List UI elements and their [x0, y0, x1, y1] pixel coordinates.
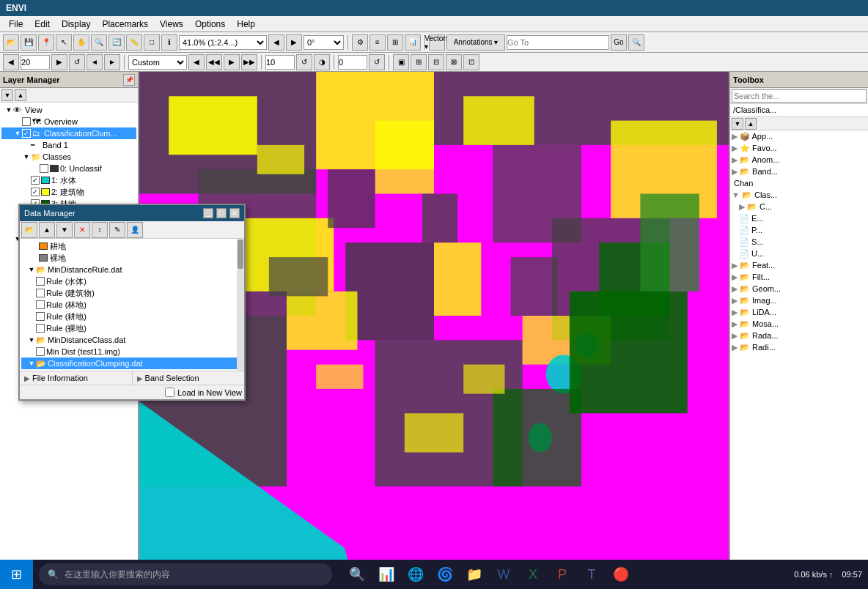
- dm-move[interactable]: ↕: [92, 222, 108, 238]
- tool3[interactable]: ⊞: [387, 34, 403, 51]
- menu-file[interactable]: File: [3, 18, 29, 31]
- nav8[interactable]: ▶: [224, 54, 240, 70]
- toolbox-mosa[interactable]: ▶ 📂 Mosa...: [730, 318, 868, 330]
- taskbar-excel-icon[interactable]: X: [520, 561, 546, 588]
- file-info-toggle[interactable]: ▶ File Information: [20, 371, 133, 385]
- view3[interactable]: ⊟: [428, 54, 444, 70]
- dm-rule-building[interactable]: Rule (建筑物): [21, 287, 243, 299]
- measure-button[interactable]: 📏: [126, 34, 142, 51]
- zoom-fwd[interactable]: ▶: [286, 34, 302, 51]
- layer1-check[interactable]: ✓: [22, 129, 31, 138]
- tree-classes1[interactable]: ▼ 📁 Classes: [1, 151, 136, 163]
- menu-options[interactable]: Options: [189, 18, 231, 31]
- float-restore[interactable]: □: [216, 208, 227, 218]
- load-new-view-check[interactable]: [165, 388, 174, 397]
- annotations-btn[interactable]: Annotations ▾: [446, 34, 505, 51]
- roi-button[interactable]: □: [144, 34, 160, 51]
- transparency-btn[interactable]: ◑: [314, 54, 330, 70]
- menu-placemarks[interactable]: Placemarks: [96, 18, 154, 31]
- pin-button[interactable]: 📍: [38, 34, 54, 51]
- dm-item-耕地[interactable]: 耕地: [21, 240, 243, 252]
- toolbox-filt[interactable]: ▶ 📂 Filt...: [730, 271, 868, 283]
- rule-water-check[interactable]: [36, 277, 45, 286]
- refresh-btn[interactable]: ↺: [369, 54, 385, 70]
- view4[interactable]: ⊠: [446, 54, 462, 70]
- dm-up[interactable]: ▲: [39, 222, 55, 238]
- tool4[interactable]: 📊: [405, 34, 421, 51]
- rotation-select[interactable]: 0°: [304, 35, 344, 50]
- view-expander[interactable]: ▼: [4, 104, 13, 116]
- rule-forest-check[interactable]: [36, 300, 45, 309]
- dm-item-mindistclass[interactable]: ▼ 📂 MinDistanceClass.dat: [21, 334, 243, 346]
- toolbox-class[interactable]: ▼ 📂 Clas...: [730, 189, 868, 201]
- nav2[interactable]: ▶: [51, 54, 67, 70]
- vectors-btn[interactable]: Vectors ▾: [429, 34, 445, 51]
- tool1[interactable]: ⚙: [352, 34, 368, 51]
- tree-layer1[interactable]: ▼ ✓ 🗂 ClassificationClum...: [1, 127, 136, 139]
- toolbox-lida[interactable]: ▶ 📂 LiDA...: [730, 306, 868, 318]
- dm-edit[interactable]: ✎: [109, 222, 125, 238]
- rule-farmland-check[interactable]: [36, 312, 45, 321]
- menu-help[interactable]: Help: [231, 18, 261, 31]
- search-btn[interactable]: 🔍: [628, 34, 644, 51]
- menu-display[interactable]: Display: [56, 18, 96, 31]
- menu-edit[interactable]: Edit: [29, 18, 56, 31]
- nav7[interactable]: ◀◀: [206, 54, 222, 70]
- collapse-all[interactable]: ▼: [1, 89, 13, 101]
- taskbar-word-icon[interactable]: W: [490, 561, 517, 588]
- taskbar-chrome-icon[interactable]: 🌐: [402, 561, 429, 588]
- dm-item-mindistrule[interactable]: ▼ 📂 MinDistanceRule.dat: [21, 264, 243, 275]
- toolbox-geom[interactable]: ▶ 📂 Geom...: [730, 283, 868, 294]
- toolbox-imag[interactable]: ▶ 📂 Imag...: [730, 294, 868, 306]
- tree-scrollbar[interactable]: [237, 239, 244, 371]
- dm-delete[interactable]: ✕: [74, 222, 90, 238]
- toolbox-anom[interactable]: ▶ 📂 Anom...: [730, 154, 868, 166]
- dm-item-裸地[interactable]: 裸地: [21, 252, 243, 264]
- tree-overview[interactable]: 🗺 Overview: [1, 116, 136, 127]
- taskbar-search[interactable]: 🔍 在这里输入你要搜索的内容: [39, 563, 332, 585]
- toolbox-e[interactable]: 📄 E...: [730, 212, 868, 224]
- toolbox-c[interactable]: ▶ 📂 C...: [730, 201, 868, 212]
- dm-mindist-img[interactable]: Min Dist (test11.img): [21, 346, 243, 358]
- start-button[interactable]: ⊞: [0, 560, 33, 589]
- expand-all[interactable]: ▲: [15, 89, 26, 101]
- toolbox-favo[interactable]: ▶ ⭐ Favo...: [730, 142, 868, 154]
- toolbox-chan[interactable]: Chan: [730, 177, 868, 189]
- taskbar-teams-icon[interactable]: T: [578, 561, 605, 588]
- float-close[interactable]: ✕: [229, 208, 240, 218]
- nav6[interactable]: ◀: [188, 54, 205, 70]
- nav1[interactable]: ◀: [3, 54, 19, 70]
- toolbox-s[interactable]: 📄 S...: [730, 236, 868, 248]
- goto-go[interactable]: Go: [611, 34, 627, 51]
- val2-input[interactable]: [265, 55, 295, 70]
- custom-select[interactable]: Custom: [128, 55, 187, 70]
- toolbox-feat[interactable]: ▶ 📂 Feat...: [730, 259, 868, 271]
- class1-check[interactable]: ✓: [31, 176, 40, 185]
- goto-input[interactable]: [507, 35, 609, 50]
- toolbox-radi[interactable]: ▶ 📂 Radi...: [730, 341, 868, 353]
- dm-rule-bareland[interactable]: Rule (裸地): [21, 322, 243, 334]
- nav5[interactable]: ►: [104, 54, 120, 70]
- rotate-button[interactable]: 🔄: [108, 34, 125, 51]
- dm-rule-forest[interactable]: Rule (林地): [21, 299, 243, 311]
- tool2[interactable]: ≡: [369, 34, 386, 51]
- class-0-layer1[interactable]: 0: Unclassif: [1, 163, 136, 174]
- info-button[interactable]: ℹ: [161, 34, 177, 51]
- toolbox-app[interactable]: ▶ 📦 App...: [730, 130, 868, 142]
- toolbox-search-bar[interactable]: [730, 88, 868, 104]
- dm-band1[interactable]: Band 1: [21, 369, 243, 371]
- class-2-layer1[interactable]: ✓ 2: 建筑物: [1, 186, 136, 198]
- nav3[interactable]: ↺: [69, 54, 85, 70]
- toolbox-collapse[interactable]: ▼: [732, 118, 743, 130]
- float-minimize[interactable]: _: [203, 208, 213, 218]
- toolbox-band[interactable]: ▶ 📂 Band...: [730, 166, 868, 177]
- band-selection-toggle[interactable]: ▶ Band Selection: [133, 371, 245, 385]
- tree-view-root[interactable]: ▼ 👁 View: [1, 104, 136, 116]
- taskbar-edge-icon[interactable]: 🌀: [432, 561, 458, 588]
- taskbar-ppt-icon[interactable]: P: [549, 561, 575, 588]
- class0-check[interactable]: [40, 164, 48, 173]
- tree-band1[interactable]: ━ Band 1: [1, 139, 136, 151]
- nav4[interactable]: ◄: [87, 54, 103, 70]
- dm-rule-water[interactable]: Rule (水体): [21, 275, 243, 287]
- view2[interactable]: ⊞: [411, 54, 427, 70]
